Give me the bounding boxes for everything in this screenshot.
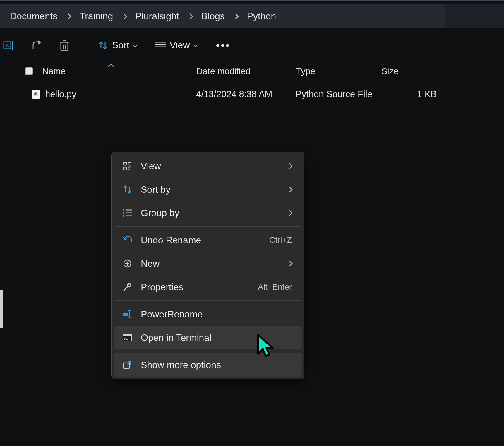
menu-separator — [115, 351, 301, 351]
menu-label: Undo Rename — [141, 235, 261, 246]
properties-icon — [122, 282, 133, 292]
chevron-right-icon[interactable] — [61, 14, 76, 18]
file-date: 4/13/2024 8:38 AM — [192, 89, 292, 100]
svg-rect-26 — [123, 313, 128, 316]
column-separator[interactable] — [442, 64, 442, 78]
window-top-highlight — [0, 0, 504, 4]
menu-label: New — [141, 258, 280, 269]
context-menu-view[interactable]: View — [114, 154, 302, 178]
sort-indicator-icon — [108, 64, 114, 69]
python-file-icon — [32, 90, 40, 99]
menu-label: Properties — [141, 282, 250, 293]
context-menu-undo-rename[interactable]: Undo Rename Ctrl+Z — [114, 228, 302, 252]
menu-label: Sort by — [141, 184, 280, 195]
chevron-right-icon — [287, 261, 293, 266]
column-name[interactable]: Name — [25, 66, 192, 76]
rename-icon[interactable]: A — [0, 40, 19, 51]
file-row[interactable]: hello.py 4/13/2024 8:38 AM Python Source… — [0, 85, 504, 104]
group-icon — [122, 209, 133, 217]
context-menu-group-by[interactable]: Group by — [114, 201, 302, 225]
menu-label: View — [141, 161, 280, 172]
context-menu-sort-by[interactable]: Sort by — [114, 178, 302, 201]
chevron-right-icon — [287, 187, 293, 192]
menu-separator — [115, 300, 301, 301]
breadcrumb-pluralsight[interactable]: Pluralsight — [133, 9, 181, 23]
list-icon — [155, 41, 166, 49]
svg-rect-13 — [128, 162, 131, 165]
popout-icon — [122, 360, 133, 369]
context-menu: View Sort by Group by Undo Rename Ctrl+Z — [111, 152, 304, 379]
svg-rect-15 — [128, 167, 131, 170]
sort-button[interactable]: Sort — [96, 37, 139, 53]
toolbar: A Sort View — [0, 29, 504, 62]
column-name-label: Name — [42, 66, 66, 76]
terminal-icon — [122, 334, 133, 341]
chevron-right-icon[interactable] — [117, 14, 131, 18]
view-grid-icon — [122, 162, 133, 170]
svg-rect-31 — [123, 334, 132, 336]
new-icon — [122, 259, 133, 268]
file-list[interactable]: hello.py 4/13/2024 8:38 AM Python Source… — [0, 85, 504, 430]
left-edge-fragment — [0, 290, 3, 328]
context-menu-powerrename[interactable]: PowerRename — [114, 303, 302, 326]
menu-label: Group by — [141, 208, 280, 218]
chevron-right-icon — [287, 163, 293, 169]
file-size: 1 KB — [376, 89, 441, 100]
context-menu-open-terminal[interactable]: Open in Terminal — [114, 326, 302, 349]
breadcrumb-overflow-region — [445, 4, 504, 28]
svg-text:A: A — [6, 43, 9, 49]
sort-label: Sort — [112, 40, 129, 51]
file-type: Python Source File — [292, 89, 376, 100]
view-label: View — [170, 40, 190, 51]
chevron-down-icon — [193, 42, 198, 47]
select-all-checkbox[interactable] — [25, 67, 33, 75]
breadcrumb-training[interactable]: Training — [77, 9, 115, 23]
svg-point-25 — [128, 284, 131, 287]
breadcrumb-documents[interactable]: Documents — [8, 9, 60, 23]
powerrename-icon — [122, 310, 133, 318]
svg-rect-3 — [61, 42, 68, 50]
chevron-right-icon[interactable] — [229, 14, 243, 18]
breadcrumb-python[interactable]: Python — [245, 9, 279, 23]
chevron-down-icon — [133, 42, 138, 47]
view-button[interactable]: View — [153, 37, 199, 53]
menu-shortcut: Ctrl+Z — [269, 235, 294, 245]
menu-label: Show more options — [141, 360, 294, 370]
menu-separator — [115, 226, 301, 227]
more-button[interactable]: ••• — [214, 39, 232, 52]
chevron-right-icon[interactable] — [183, 14, 197, 18]
menu-shortcut: Alt+Enter — [258, 282, 294, 292]
sort-icon — [98, 41, 108, 50]
menu-label: Open in Terminal — [141, 332, 294, 343]
column-size[interactable]: Size — [377, 66, 442, 76]
svg-rect-19 — [123, 209, 124, 211]
undo-icon — [122, 236, 133, 244]
column-header-row: Name Date modified Type Size — [0, 62, 504, 80]
menu-label: PowerRename — [141, 309, 294, 320]
chevron-right-icon — [287, 210, 293, 216]
file-name: hello.py — [45, 89, 76, 100]
context-menu-show-more[interactable]: Show more options — [114, 353, 302, 377]
toolbar-separator — [85, 37, 85, 54]
breadcrumb: Documents Training Pluralsight Blogs Pyt… — [0, 4, 504, 29]
svg-rect-20 — [123, 212, 124, 214]
breadcrumb-blogs[interactable]: Blogs — [199, 9, 227, 23]
share-icon[interactable] — [28, 40, 46, 51]
svg-rect-12 — [124, 162, 126, 165]
column-date[interactable]: Date modified — [192, 66, 292, 76]
svg-rect-14 — [124, 167, 126, 170]
sort-icon — [122, 185, 133, 194]
svg-rect-21 — [123, 215, 124, 217]
column-type[interactable]: Type — [292, 66, 377, 76]
context-menu-properties[interactable]: Properties Alt+Enter — [114, 275, 302, 299]
context-menu-new[interactable]: New — [114, 252, 302, 275]
delete-icon[interactable] — [55, 40, 74, 51]
